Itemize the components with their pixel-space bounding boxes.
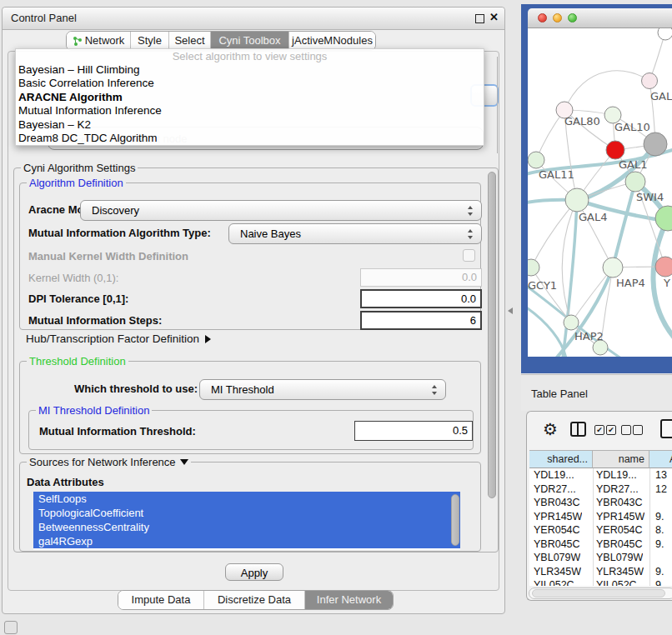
tab-style[interactable]: Style [130,32,168,50]
deselect-all-checkbox-icon[interactable] [621,425,631,435]
network-window-titlebar [528,8,672,28]
cell: YIL052C [534,578,574,586]
node-label: GAL11 [539,168,574,181]
mi-steps-field[interactable]: 6 [360,311,482,330]
settings-scrollbar-thumb[interactable] [488,172,496,498]
table-row[interactable]: YER054CYER054C8. [529,523,672,538]
node-label: Y [663,277,670,289]
network-node-gcy1[interactable] [528,259,539,276]
kernel-width-field[interactable]: 0.0 [360,268,482,287]
cell: YBR045C [596,538,643,552]
cell: YPR145W [596,510,644,524]
cell: 9. [655,565,664,579]
table-row[interactable]: YDR27...YDR27...12 [529,482,672,497]
mi-algorithm-type-label: Mutual Information Algorithm Type: [28,227,211,239]
tab-impute-data[interactable]: Impute Data [118,591,203,609]
network-node-hap4[interactable] [603,258,623,278]
algorithm-option[interactable]: Bayesian – Hill Climbing [16,63,484,77]
cyni-algorithm-settings-title: Cyni Algorithm Settings [21,162,138,174]
column-header-clipped[interactable]: A [649,450,672,468]
network-node-gal4[interactable] [565,188,589,212]
select-all-checkbox-icon[interactable]: ✔ [606,425,616,435]
application: Control Panel ✕ Network Style Select Cyn… [0,0,672,635]
network-node[interactable] [658,28,672,40]
cell: YDL19... [534,468,574,482]
network-node-hap2[interactable] [564,315,579,330]
cell: 12 [655,482,667,497]
column-header-name[interactable]: name [593,450,649,468]
mi-threshold-definition-title: MI Threshold Definition [36,404,152,417]
network-node-salmon[interactable] [655,257,672,277]
algorithm-option[interactable]: Bayesian – K2 [16,118,484,132]
node-label: GAL1 [619,158,647,171]
dpi-tolerance-field[interactable]: 0.0 [360,289,482,308]
tab-cyni-toolbox[interactable]: Cyni Toolbox [210,32,288,50]
table-row[interactable]: YBL079WYBL079W [529,551,672,565]
aracne-mode-combo[interactable]: Discovery [80,200,482,221]
table-panel-header: Table Panel [521,374,672,411]
network-node-gal1-red[interactable] [606,141,624,159]
tab-jactivemnodules[interactable]: jActiveMNodules [288,32,375,50]
manual-kernel-label: Manual Kernel Width Definition [28,250,188,262]
table-row[interactable]: YBR045CYBR045C9. [529,538,672,552]
attribute-item[interactable]: SelfLoops [33,492,460,506]
close-icon[interactable]: ✕ [489,11,499,23]
column-header-shared-name[interactable]: shared... [529,450,593,468]
network-node-gray[interactable] [644,132,667,156]
tab-network[interactable]: Network [67,32,130,50]
table-row[interactable]: YPR145WYPR145W9. [529,510,672,524]
aracne-mode-value: Discovery [92,204,139,217]
cell: YPR145W [534,510,582,524]
algorithm-option[interactable]: Dream8 DC_TDC Algorithm [16,132,484,145]
node-label: GAL [650,90,672,102]
attribute-item[interactable]: TopologicalCoefficient [33,506,460,520]
table-row[interactable]: YDL19...YDL19...13 [529,468,672,482]
table-row[interactable]: YIL052CYIL052C9. [529,578,672,586]
manual-kernel-checkbox[interactable] [463,249,475,262]
sources-title[interactable]: Sources for Network Inference [27,456,191,468]
algorithm-option[interactable]: Basic Correlation Inference [16,77,484,90]
network-node-gal7[interactable] [642,73,658,89]
bottom-tabbar: Impute Data Discretize Data Infer Networ… [118,590,394,610]
export-table-icon[interactable] [660,419,672,438]
attribute-item[interactable]: gal4RGexp [33,534,460,548]
hub-definition-toggle[interactable]: Hub/Transcription Factor Definition [26,332,211,345]
mi-algorithm-type-combo[interactable]: Naive Bayes [228,223,482,244]
network-canvas[interactable]: GAL GAL80 GAL10 GAL1 GAL11 SWI4 GAL4 GCY… [528,28,672,357]
show-columns-icon[interactable] [570,422,586,437]
mi-threshold-field[interactable]: 0.5 [354,421,473,441]
algorithm-definition-title: Algorithm Definition [27,177,126,189]
gear-icon[interactable]: ⚙ [543,418,558,440]
deselect-all-checkbox-icon[interactable] [633,425,643,435]
minimize-window-icon[interactable] [553,13,562,22]
which-threshold-value: MI Threshold [211,383,274,396]
algorithm-option-aracne[interactable]: ARACNE Algorithm [16,91,484,104]
which-threshold-combo[interactable]: MI Threshold [199,379,446,400]
apply-button[interactable]: Apply [225,563,283,581]
network-node-swi4[interactable] [625,172,645,192]
tab-select[interactable]: Select [168,32,210,50]
mi-threshold-definition-group: MI Threshold Definition Mutual Informati… [28,410,474,450]
table-horizontal-scrollbar[interactable] [529,588,672,599]
expand-right-icon [205,335,211,343]
scrollbar-thumb[interactable] [532,589,665,598]
splitter-collapse-icon[interactable] [508,308,513,314]
tab-infer-network[interactable]: Infer Network [304,591,393,609]
attributes-scrollbar-thumb[interactable] [451,494,459,546]
algorithm-option[interactable]: Mutual Information Inference [16,104,484,118]
table-row[interactable]: YLR345WYLR345W9. [529,565,672,579]
network-node-green[interactable] [655,206,672,231]
node-label: GAL10 [614,121,650,133]
close-window-icon[interactable] [538,13,547,22]
table-row[interactable]: YBR043CYBR043C [529,496,672,510]
cell: YBL079W [534,551,580,565]
tab-discretize-data[interactable]: Discretize Data [203,591,304,609]
network-node-gal11[interactable] [528,152,544,168]
float-window-icon[interactable] [475,14,484,23]
node-label: GAL80 [564,115,600,128]
attribute-item[interactable]: BetweennessCentrality [33,520,460,534]
collapsed-panel-icon[interactable] [4,621,18,634]
zoom-window-icon[interactable] [568,13,577,22]
select-all-checkbox-icon[interactable]: ✔ [594,425,604,435]
network-view-panel: GAL GAL80 GAL10 GAL1 GAL11 SWI4 GAL4 GCY… [521,4,672,373]
